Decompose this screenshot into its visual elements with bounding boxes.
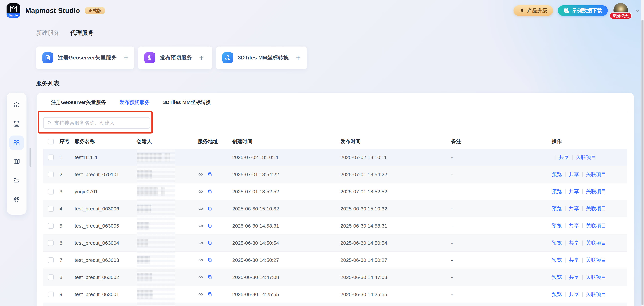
action-link[interactable]: 关联项目 (586, 205, 606, 212)
content-scrollbar-thumb[interactable] (30, 148, 31, 167)
tab-new-service[interactable]: 新建服务 (36, 29, 60, 37)
select-all-checkbox[interactable] (48, 139, 54, 144)
action-share[interactable]: 共享 (569, 222, 579, 229)
sidebar-item-services[interactable] (13, 139, 20, 146)
copy-icon[interactable] (207, 274, 213, 280)
row-checkbox[interactable] (48, 155, 54, 160)
plus-icon[interactable]: + (124, 54, 128, 62)
action-preview[interactable]: 预览 (552, 274, 562, 281)
link-icon[interactable] (198, 240, 204, 246)
tab-publish-precut[interactable]: 发布预切服务 (120, 93, 150, 112)
sample-data-download-button[interactable]: 示例数据下载 (558, 5, 608, 16)
table-row[interactable]: 5 test_precut_063005 (43, 217, 627, 234)
created-time: 2025-06-30 14:58:31 (230, 223, 338, 229)
page-scrollbar-track[interactable] (641, 0, 644, 306)
table-row[interactable]: 9 test_precut_063001 (43, 286, 627, 303)
action-preview[interactable]: 预览 (552, 171, 562, 178)
row-checkbox[interactable] (48, 240, 54, 246)
table-row[interactable]: 7 test_precut_063003 (43, 252, 627, 269)
row-checkbox[interactable] (48, 274, 54, 280)
link-icon[interactable] (198, 172, 204, 177)
table-row[interactable]: 3 yuqie0701 (43, 183, 627, 200)
action-preview[interactable]: 预览 (552, 291, 562, 298)
copy-icon[interactable] (207, 291, 213, 297)
card-publish-precut[interactable]: 发布预切服务 + (138, 47, 212, 69)
sidebar-item-data[interactable] (13, 120, 20, 128)
action-preview[interactable]: 预览 (552, 188, 562, 195)
action-separator (582, 240, 582, 246)
app-logo[interactable]: Studio (6, 3, 20, 18)
action-preview[interactable]: 预览 (552, 239, 562, 246)
action-link[interactable]: 关联项目 (586, 188, 606, 195)
action-share[interactable]: 共享 (569, 188, 579, 195)
copy-icon[interactable] (207, 257, 213, 263)
row-checkbox[interactable] (48, 172, 54, 177)
link-icon[interactable] (198, 291, 204, 297)
row-index: 4 (57, 206, 72, 212)
action-link[interactable]: 关联项目 (586, 222, 606, 229)
action-preview[interactable]: 预览 (552, 257, 562, 263)
tab-register-geoserver[interactable]: 注册Geoserver矢量服务 (51, 93, 106, 112)
page-scrollbar-thumb[interactable] (642, 20, 644, 305)
action-share[interactable]: 共享 (569, 239, 579, 246)
row-checkbox[interactable] (48, 257, 54, 263)
plus-icon[interactable]: + (199, 54, 204, 62)
link-icon[interactable] (198, 274, 204, 280)
database-download-icon (564, 8, 570, 14)
chevron-down-icon[interactable] (634, 8, 641, 14)
table-row[interactable]: 1 test111111 (43, 149, 627, 166)
table-row[interactable]: 4 test_precut_063006 (43, 200, 627, 217)
row-checkbox[interactable] (48, 291, 54, 297)
search-box[interactable] (43, 117, 150, 129)
table-row[interactable]: 6 test_precut_063004 (43, 234, 627, 252)
sidebar-item-map[interactable] (13, 158, 20, 165)
action-share[interactable]: 共享 (569, 205, 579, 212)
action-preview[interactable]: 预览 (552, 205, 562, 212)
copy-icon[interactable] (207, 189, 213, 194)
action-separator (582, 189, 582, 194)
action-share[interactable]: 共享 (559, 154, 569, 161)
copy-icon[interactable] (207, 240, 213, 246)
card-register-geoserver[interactable]: 注册Geoserver矢量服务 + (36, 47, 134, 69)
link-icon[interactable] (198, 223, 204, 229)
action-link[interactable]: 关联项目 (586, 291, 606, 298)
copy-icon[interactable] (207, 172, 213, 177)
action-link[interactable]: 关联项目 (586, 274, 606, 281)
action-preview[interactable]: 预览 (552, 222, 562, 229)
search-input[interactable] (54, 120, 146, 126)
action-link[interactable]: 关联项目 (586, 171, 606, 178)
grid-icon (13, 139, 20, 146)
sidebar-item-home[interactable] (13, 101, 20, 109)
copy-icon[interactable] (207, 206, 213, 211)
action-link[interactable]: 关联项目 (586, 239, 606, 246)
row-checkbox[interactable] (48, 189, 54, 195)
sidebar-item-files[interactable] (13, 177, 20, 184)
table-row[interactable]: 2 test_precut_070101 (43, 166, 627, 183)
action-share[interactable]: 共享 (569, 257, 579, 263)
action-link[interactable]: 关联项目 (586, 257, 606, 263)
action-share[interactable]: 共享 (569, 291, 579, 298)
tab-proxy-service[interactable]: 代理服务 (70, 29, 94, 37)
gear-icon (13, 196, 20, 203)
action-share[interactable]: 共享 (569, 274, 579, 281)
link-icon[interactable] (198, 189, 204, 194)
col-service-address: 服务地址 (196, 138, 230, 145)
plus-icon[interactable]: + (296, 54, 300, 62)
col-creator: 创建人 (134, 138, 196, 145)
row-actions: 预览共享关联项目 (552, 222, 627, 229)
row-checkbox[interactable] (48, 206, 54, 212)
action-link[interactable]: 关联项目 (576, 154, 596, 161)
link-icon[interactable] (198, 206, 204, 211)
card-3dtiles-transform[interactable]: 3DTiles MM坐标转换 + (216, 47, 307, 69)
account-menu[interactable]: 剩余7天 (612, 3, 628, 18)
created-time: 2025-06-30 14:50:54 (230, 240, 338, 246)
copy-icon[interactable] (207, 223, 213, 229)
action-share[interactable]: 共享 (569, 171, 579, 178)
action-separator (582, 258, 582, 263)
product-upgrade-button[interactable]: 产品升级 (514, 5, 553, 16)
table-row[interactable]: 8 test_precut_063002 (43, 269, 627, 286)
row-checkbox[interactable] (48, 223, 54, 229)
sidebar-item-settings[interactable] (13, 196, 20, 203)
tab-3dtiles-transform[interactable]: 3DTiles MM坐标转换 (163, 93, 211, 112)
link-icon[interactable] (198, 257, 204, 263)
